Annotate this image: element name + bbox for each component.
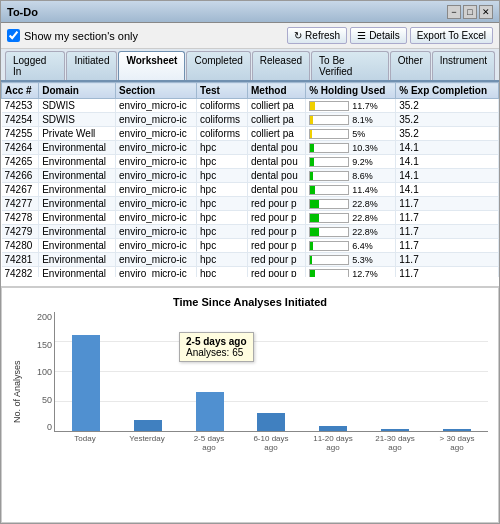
y-axis-value: 0 (24, 422, 52, 432)
holding-progress-bar (309, 227, 349, 237)
cell-holding-pct: 6.4% (306, 239, 396, 253)
cell-test: coliforms (197, 113, 248, 127)
cell-holding-pct: 12.7% (306, 267, 396, 278)
table-row[interactable]: 74278Environmentalenviro_micro-ichpcred … (2, 211, 499, 225)
cell-holding-pct: 22.8% (306, 225, 396, 239)
cell-acc-#: 74266 (2, 169, 39, 183)
main-window: To-Do − □ ✕ Show my section's only ↻ Ref… (0, 0, 500, 524)
tab-initiated[interactable]: Initiated (66, 51, 117, 80)
cell-exp-completion: 14.1 (396, 155, 499, 169)
cell-section: enviro_micro-ic (116, 197, 197, 211)
cell-test: hpc (197, 225, 248, 239)
close-button[interactable]: ✕ (479, 5, 493, 19)
table-row[interactable]: 74267Environmentalenviro_micro-ichpcdent… (2, 183, 499, 197)
table-scroll[interactable]: Acc #DomainSectionTestMethod% Holding Us… (1, 82, 499, 277)
show-my-section-label[interactable]: Show my section's only (7, 29, 138, 42)
export-button[interactable]: Export To Excel (410, 27, 493, 44)
cell-holding-pct: 8.6% (306, 169, 396, 183)
table-row[interactable]: 74254SDWISenviro_micro-iccoliformscollie… (2, 113, 499, 127)
table-row[interactable]: 74281Environmentalenviro_micro-ichpcred … (2, 253, 499, 267)
table-row[interactable]: 74266Environmentalenviro_micro-ichpcdent… (2, 169, 499, 183)
holding-progress-bar (309, 171, 349, 181)
cell-method: dental pou (247, 183, 305, 197)
cell-holding-pct: 5% (306, 127, 396, 141)
cell-holding-pct: 11.4% (306, 183, 396, 197)
col-header-domain: Domain (39, 83, 116, 99)
details-icon: ☰ (357, 30, 366, 41)
table-row[interactable]: 74280Environmentalenviro_micro-ichpcred … (2, 239, 499, 253)
tab-completed[interactable]: Completed (186, 51, 250, 80)
table-row[interactable]: 74265Environmentalenviro_micro-ichpcdent… (2, 155, 499, 169)
bar-group (443, 429, 471, 431)
chart-body: 050100150200 TodayYesterday2-5 days ago6… (24, 312, 488, 472)
cell-test: hpc (197, 267, 248, 278)
cell-method: red pour p (247, 253, 305, 267)
tab-worksheet[interactable]: Worksheet (118, 51, 185, 80)
cell-method: colliert pa (247, 113, 305, 127)
table-row[interactable]: 74253SDWISenviro_micro-iccoliformscollie… (2, 99, 499, 113)
cell-section: enviro_micro-ic (116, 169, 197, 183)
cell-exp-completion: 11.7 (396, 253, 499, 267)
chart-title: Time Since Analyses Initiated (12, 296, 488, 308)
cell-acc-#: 74279 (2, 225, 39, 239)
x-labels: TodayYesterday2-5 days ago6-10 days ago1… (54, 434, 488, 452)
show-my-section-checkbox[interactable] (7, 29, 20, 42)
y-axis-value: 200 (24, 312, 52, 322)
cell-method: dental pou (247, 169, 305, 183)
cell-acc-#: 74265 (2, 155, 39, 169)
refresh-button[interactable]: ↻ Refresh (287, 27, 347, 44)
cell-exp-completion: 35.2 (396, 127, 499, 141)
cell-domain: Environmental (39, 239, 116, 253)
cell-section: enviro_micro-ic (116, 267, 197, 278)
table-row[interactable]: 74255Private Wellenviro_micro-iccoliform… (2, 127, 499, 141)
cell-test: hpc (197, 197, 248, 211)
show-my-section-text: Show my section's only (24, 30, 138, 42)
tab-logged-in[interactable]: Logged In (5, 51, 65, 80)
maximize-button[interactable]: □ (463, 5, 477, 19)
cell-exp-completion: 35.2 (396, 99, 499, 113)
tab-other[interactable]: Other (390, 51, 431, 80)
tab-released[interactable]: Released (252, 51, 310, 80)
cell-section: enviro_micro-ic (116, 113, 197, 127)
x-axis-label: Yesterday (127, 434, 167, 452)
cell-section: enviro_micro-ic (116, 155, 197, 169)
tabs-bar: Logged InInitiatedWorksheetCompletedRele… (1, 49, 499, 82)
cell-domain: Environmental (39, 253, 116, 267)
cell-holding-pct: 10.3% (306, 141, 396, 155)
cell-acc-#: 74281 (2, 253, 39, 267)
tab-instrument[interactable]: Instrument (432, 51, 495, 80)
cell-acc-#: 74253 (2, 99, 39, 113)
details-button[interactable]: ☰ Details (350, 27, 407, 44)
cell-domain: Private Well (39, 127, 116, 141)
table-row[interactable]: 74264Environmentalenviro_micro-ichpcdent… (2, 141, 499, 155)
bar-Today (72, 335, 100, 431)
cell-exp-completion: 11.7 (396, 197, 499, 211)
minimize-button[interactable]: − (447, 5, 461, 19)
cell-method: dental pou (247, 141, 305, 155)
cell-test: hpc (197, 169, 248, 183)
table-row[interactable]: 74277Environmentalenviro_micro-ichpcred … (2, 197, 499, 211)
cell-domain: Environmental (39, 141, 116, 155)
cell-holding-pct: 5.3% (306, 253, 396, 267)
bar-group (134, 420, 162, 431)
cell-domain: Environmental (39, 267, 116, 278)
cell-test: coliforms (197, 99, 248, 113)
cell-method: red pour p (247, 211, 305, 225)
table-row[interactable]: 74282Environmentalenviro_micro-ichpcred … (2, 267, 499, 278)
table-row[interactable]: 74279Environmentalenviro_micro-ichpcred … (2, 225, 499, 239)
cell-acc-#: 74277 (2, 197, 39, 211)
x-axis-label: > 30 days ago (437, 434, 477, 452)
cell-section: enviro_micro-ic (116, 225, 197, 239)
holding-progress-bar (309, 143, 349, 153)
toolbar-buttons: ↻ Refresh ☰ Details Export To Excel (287, 27, 493, 44)
tab-to-be-verified[interactable]: To Be Verified (311, 51, 389, 80)
x-axis-label: Today (65, 434, 105, 452)
holding-progress-bar (309, 185, 349, 195)
cell-exp-completion: 11.7 (396, 239, 499, 253)
col-header-test: Test (197, 83, 248, 99)
x-axis-label: 2-5 days ago (189, 434, 229, 452)
cell-exp-completion: 14.1 (396, 169, 499, 183)
y-axis-value: 150 (24, 340, 52, 350)
cell-exp-completion: 11.7 (396, 225, 499, 239)
cell-domain: Environmental (39, 169, 116, 183)
